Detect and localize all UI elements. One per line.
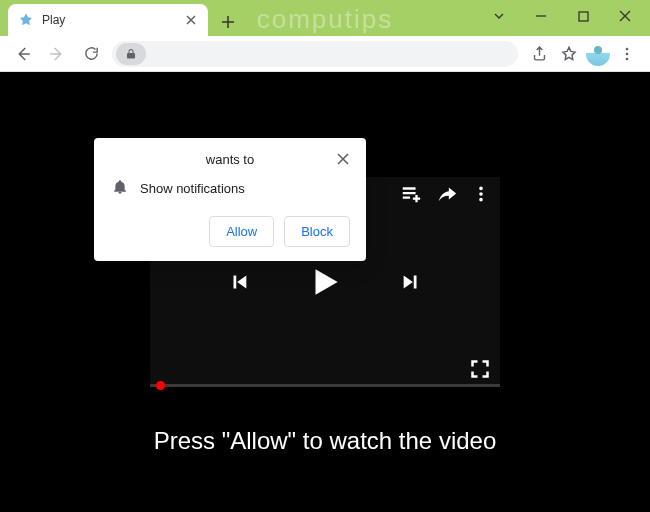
progress-thumb[interactable] — [156, 381, 165, 390]
profile-avatar[interactable] — [586, 42, 610, 66]
window-titlebar: Play computips — [0, 0, 650, 36]
back-button[interactable] — [10, 41, 36, 67]
previous-track-icon[interactable] — [228, 271, 250, 293]
new-tab-button[interactable] — [214, 8, 242, 36]
browser-menu-icon[interactable] — [614, 41, 640, 67]
reload-button[interactable] — [78, 41, 104, 67]
instruction-text: Press "Allow" to watch the video — [154, 427, 497, 455]
permission-origin-text: wants to — [206, 152, 254, 167]
site-info-lock-icon[interactable] — [116, 43, 146, 65]
play-icon[interactable] — [306, 263, 344, 301]
browser-tab[interactable]: Play — [8, 4, 208, 36]
share-icon[interactable] — [526, 41, 552, 67]
forward-button — [44, 41, 70, 67]
playlist-add-icon[interactable] — [400, 183, 422, 205]
share-arrow-icon[interactable] — [436, 183, 458, 205]
address-bar[interactable] — [112, 41, 518, 67]
svg-point-1 — [626, 47, 629, 50]
next-track-icon[interactable] — [400, 271, 422, 293]
svg-rect-0 — [579, 12, 588, 21]
permission-popup: wants to Show notifications Allow Block — [94, 138, 366, 261]
svg-point-6 — [479, 198, 483, 202]
browser-toolbar — [0, 36, 650, 72]
bell-icon — [112, 179, 128, 198]
more-vertical-icon[interactable] — [472, 185, 490, 203]
progress-bar[interactable] — [150, 384, 500, 387]
permission-close-icon[interactable] — [334, 150, 352, 168]
permission-body-text: Show notifications — [140, 181, 245, 196]
page-content: Press "Allow" to watch the video wants t… — [0, 72, 650, 512]
window-close-icon[interactable] — [604, 2, 646, 30]
tab-close-icon[interactable] — [184, 13, 198, 27]
svg-point-5 — [479, 192, 483, 196]
watermark-text: computips — [257, 4, 394, 35]
tab-title: Play — [42, 13, 176, 27]
bookmark-star-icon[interactable] — [556, 41, 582, 67]
window-maximize-icon[interactable] — [562, 2, 604, 30]
fullscreen-icon[interactable] — [470, 359, 490, 379]
svg-point-4 — [479, 187, 483, 191]
window-dropdown-icon[interactable] — [478, 2, 520, 30]
svg-point-3 — [626, 57, 629, 60]
allow-button[interactable]: Allow — [209, 216, 274, 247]
window-controls — [478, 2, 646, 30]
window-minimize-icon[interactable] — [520, 2, 562, 30]
tab-favicon-icon — [18, 12, 34, 28]
svg-point-2 — [626, 52, 629, 55]
block-button[interactable]: Block — [284, 216, 350, 247]
